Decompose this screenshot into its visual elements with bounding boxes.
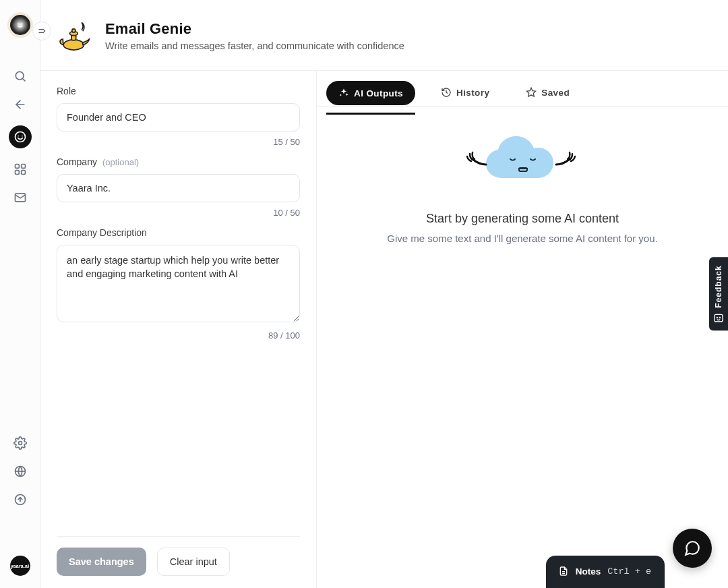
company-optional-tag: (optional) (102, 157, 139, 167)
svg-marker-24 (527, 88, 536, 96)
svg-point-7 (15, 132, 25, 142)
sparkle-icon (338, 88, 349, 98)
share-icon[interactable] (13, 492, 28, 507)
company-description-textarea[interactable] (57, 245, 300, 322)
svg-point-9 (22, 136, 23, 137)
page-subtitle: Write emails and messages faster, and co… (105, 40, 404, 51)
tab-ai-outputs[interactable]: AI Outputs (326, 81, 415, 105)
tab-history-label: History (456, 88, 489, 98)
feedback-label: Feedback (714, 265, 723, 307)
mail-icon[interactable] (13, 190, 28, 205)
back-arrow-icon[interactable] (13, 97, 28, 112)
empty-state-title: Start by generating some AI content (426, 212, 619, 226)
svg-rect-11 (21, 165, 25, 169)
svg-point-20 (63, 40, 84, 50)
gear-icon[interactable] (13, 436, 28, 450)
company-description-label: Company Description (57, 227, 300, 238)
svg-point-0 (18, 24, 19, 25)
search-icon[interactable] (13, 69, 28, 84)
svg-point-30 (719, 318, 720, 318)
svg-line-5 (22, 79, 25, 82)
tab-saved[interactable]: Saved (515, 80, 580, 106)
form-panel: Role 15 / 50 Company (optional) 10 / 50 (40, 71, 317, 588)
document-icon (558, 565, 569, 577)
brand-label: yaara.ai (11, 564, 30, 568)
apps-grid-icon[interactable] (13, 162, 28, 177)
svg-rect-28 (715, 315, 723, 322)
role-counter: 15 / 50 (57, 137, 300, 147)
page-title: Email Genie (105, 20, 404, 38)
tab-ai-outputs-label: AI Outputs (354, 88, 403, 98)
svg-point-1 (21, 24, 22, 25)
svg-point-15 (18, 442, 22, 445)
notes-shortcut: Ctrl + e (607, 566, 651, 577)
clear-button[interactable]: Clear input (157, 548, 230, 576)
chat-bubble-icon (684, 539, 701, 557)
notes-label: Notes (576, 566, 601, 577)
save-button[interactable]: Save changes (57, 548, 146, 576)
role-input[interactable] (57, 103, 300, 131)
svg-point-8 (18, 136, 19, 137)
svg-rect-10 (15, 165, 19, 169)
svg-rect-13 (21, 171, 25, 175)
history-icon (441, 87, 452, 98)
svg-point-23 (72, 29, 75, 32)
empty-state: Start by generating some AI content Give… (317, 107, 728, 588)
tab-saved-label: Saved (541, 88, 570, 98)
globe-icon[interactable] (13, 464, 28, 479)
output-panel: AI Outputs History Saved (317, 71, 728, 588)
feedback-tab[interactable]: Feedback (709, 257, 728, 330)
role-label: Role (57, 86, 300, 96)
header: Email Genie Write emails and messages fa… (40, 0, 728, 71)
company-label: Company (57, 156, 97, 167)
company-counter: 10 / 50 (57, 208, 300, 218)
output-tabs: AI Outputs History Saved (317, 71, 728, 107)
genie-lamp-icon (57, 18, 93, 54)
cloud-illustration-icon (455, 131, 590, 198)
brand-badge[interactable]: yaara.ai (10, 556, 30, 576)
star-icon (526, 87, 537, 98)
empty-state-subtitle: Give me some text and I'll generate some… (387, 233, 657, 244)
sidebar-rail: yaara.ai (0, 0, 40, 588)
tab-history[interactable]: History (430, 80, 500, 106)
avatar[interactable] (7, 12, 33, 38)
svg-point-29 (717, 318, 717, 318)
svg-rect-12 (15, 171, 19, 175)
notes-button[interactable]: Notes Ctrl + e (546, 556, 665, 588)
company-input[interactable] (57, 174, 300, 202)
feedback-smile-icon (713, 314, 724, 324)
active-app-icon[interactable] (9, 125, 32, 148)
chat-fab[interactable] (673, 529, 712, 568)
company-description-counter: 89 / 100 (57, 330, 300, 341)
smile-icon (10, 15, 30, 35)
svg-point-4 (16, 71, 24, 80)
